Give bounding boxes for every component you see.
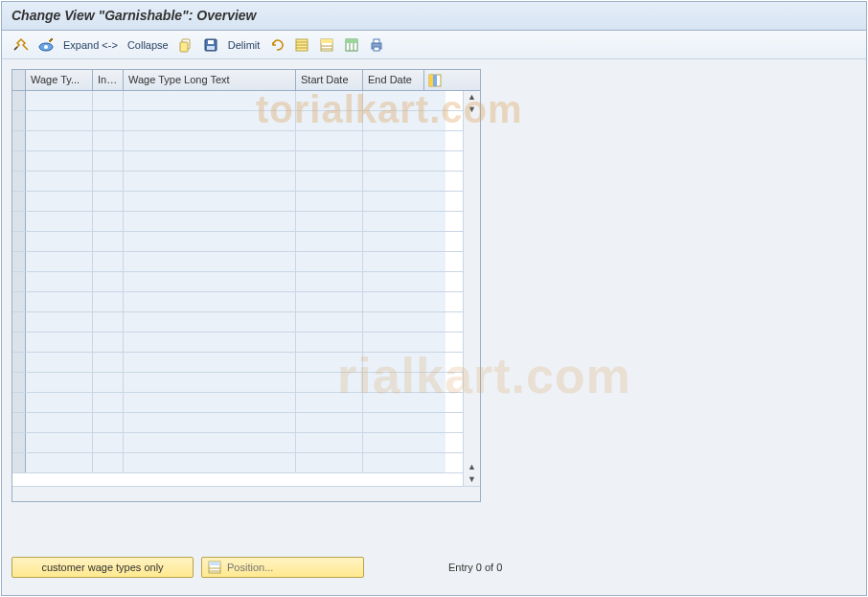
table-row[interactable] [12, 393, 463, 413]
cell-start-date[interactable] [296, 433, 363, 452]
copy-icon[interactable] [176, 35, 195, 55]
scroll-step-up-icon[interactable]: ▲ [468, 463, 476, 471]
cell-wage-type[interactable] [26, 272, 93, 291]
cell-wage-type[interactable] [26, 212, 93, 231]
row-selector[interactable] [12, 151, 26, 171]
select-all-icon[interactable] [292, 35, 311, 55]
scroll-down-icon[interactable]: ▼ [468, 475, 476, 484]
cell-wage-type[interactable] [26, 413, 93, 432]
table-row[interactable] [12, 272, 463, 292]
cell-long-text[interactable] [124, 151, 296, 171]
cell-start-date[interactable] [296, 172, 363, 191]
scroll-step-down-icon[interactable]: ▼ [468, 105, 476, 114]
cell-wage-type[interactable] [26, 172, 93, 191]
scroll-up-icon[interactable]: ▲ [468, 93, 476, 102]
cell-inf[interactable] [93, 131, 124, 150]
row-selector[interactable] [12, 312, 26, 332]
cell-long-text[interactable] [124, 433, 296, 452]
row-selector[interactable] [12, 373, 26, 392]
undo-icon[interactable] [267, 35, 286, 55]
table-row[interactable] [12, 433, 463, 453]
row-selector[interactable] [12, 272, 26, 291]
cell-inf[interactable] [93, 393, 124, 412]
table-row[interactable] [12, 232, 463, 252]
table-row[interactable] [12, 353, 463, 373]
cell-long-text[interactable] [124, 333, 296, 352]
table-row[interactable] [12, 172, 463, 192]
cell-inf[interactable] [93, 151, 124, 171]
row-selector-header[interactable] [12, 70, 26, 90]
cell-long-text[interactable] [124, 232, 296, 251]
row-selector[interactable] [12, 413, 26, 432]
table-row[interactable] [12, 333, 463, 353]
row-selector[interactable] [12, 111, 26, 130]
cell-end-date[interactable] [363, 131, 445, 150]
cell-wage-type[interactable] [26, 91, 93, 110]
cell-start-date[interactable] [296, 151, 363, 171]
cell-inf[interactable] [93, 192, 124, 211]
row-selector[interactable] [12, 433, 26, 452]
deselect-all-icon[interactable] [317, 35, 336, 55]
row-selector[interactable] [12, 232, 26, 251]
table-row[interactable] [12, 151, 463, 172]
cell-wage-type[interactable] [26, 353, 93, 372]
cell-start-date[interactable] [296, 131, 363, 150]
cell-long-text[interactable] [124, 172, 296, 191]
customer-wage-types-button[interactable]: customer wage types only [11, 557, 194, 578]
table-row[interactable] [12, 292, 463, 312]
cell-end-date[interactable] [363, 91, 445, 110]
cell-start-date[interactable] [296, 192, 363, 211]
cell-wage-type[interactable] [26, 292, 93, 311]
cell-start-date[interactable] [296, 91, 363, 110]
row-selector[interactable] [12, 91, 26, 110]
table-row[interactable] [12, 91, 463, 111]
cell-long-text[interactable] [124, 111, 296, 130]
table-row[interactable] [12, 192, 463, 212]
cell-end-date[interactable] [363, 413, 445, 432]
cell-inf[interactable] [93, 272, 124, 291]
delimit-button[interactable]: Delimit [226, 39, 263, 51]
print-icon[interactable] [367, 35, 386, 55]
cell-inf[interactable] [93, 232, 124, 251]
row-selector[interactable] [12, 252, 26, 271]
cell-wage-type[interactable] [26, 393, 93, 412]
cell-start-date[interactable] [296, 413, 363, 432]
cell-end-date[interactable] [363, 272, 445, 291]
cell-wage-type[interactable] [26, 151, 93, 171]
cell-long-text[interactable] [124, 453, 296, 472]
other-view-icon[interactable] [36, 35, 56, 55]
col-inf[interactable]: Inf... [93, 70, 124, 90]
col-end-date[interactable]: End Date [363, 70, 424, 90]
cell-start-date[interactable] [296, 111, 363, 130]
save-icon[interactable] [201, 35, 220, 55]
cell-inf[interactable] [93, 413, 124, 432]
row-selector[interactable] [12, 353, 26, 372]
cell-long-text[interactable] [124, 252, 296, 271]
cell-inf[interactable] [93, 111, 124, 130]
cell-wage-type[interactable] [26, 453, 93, 472]
cell-end-date[interactable] [363, 192, 445, 211]
cell-start-date[interactable] [296, 353, 363, 372]
cell-long-text[interactable] [124, 212, 296, 231]
cell-end-date[interactable] [363, 393, 445, 412]
cell-long-text[interactable] [124, 353, 296, 372]
cell-start-date[interactable] [296, 373, 363, 392]
cell-end-date[interactable] [363, 212, 445, 231]
cell-wage-type[interactable] [26, 312, 93, 332]
cell-long-text[interactable] [124, 292, 296, 311]
cell-start-date[interactable] [296, 212, 363, 231]
cell-inf[interactable] [93, 252, 124, 271]
column-config-icon[interactable] [424, 70, 445, 90]
cell-end-date[interactable] [363, 353, 445, 372]
cell-start-date[interactable] [296, 453, 363, 472]
cell-long-text[interactable] [124, 131, 296, 150]
table-row[interactable] [12, 413, 463, 433]
cell-long-text[interactable] [124, 272, 296, 291]
cell-inf[interactable] [93, 312, 124, 332]
cell-long-text[interactable] [124, 192, 296, 211]
cell-wage-type[interactable] [26, 373, 93, 392]
cell-wage-type[interactable] [26, 232, 93, 251]
cell-long-text[interactable] [124, 312, 296, 332]
table-row[interactable] [12, 212, 463, 232]
cell-start-date[interactable] [296, 232, 363, 251]
